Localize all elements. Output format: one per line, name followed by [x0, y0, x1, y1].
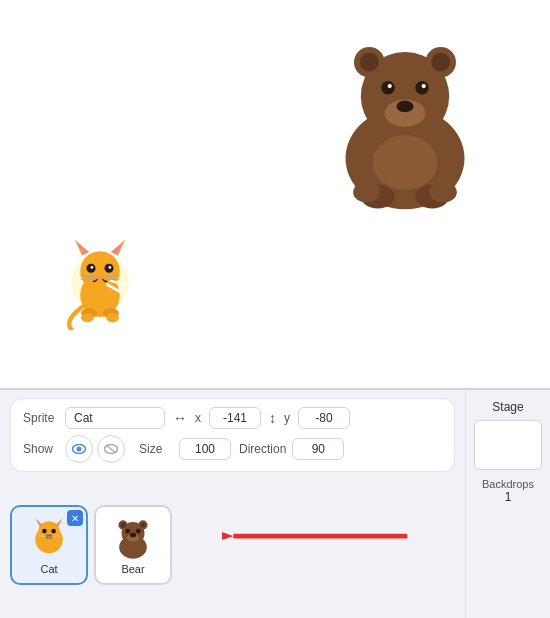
svg-point-5 [431, 53, 450, 72]
svg-point-47 [42, 529, 47, 534]
arrow-indicator [222, 519, 412, 554]
svg-point-7 [397, 100, 414, 112]
svg-point-38 [77, 447, 82, 452]
y-label: y [284, 411, 290, 425]
backdrops-count: 1 [505, 490, 512, 504]
direction-label: Direction [239, 442, 286, 456]
svg-point-27 [109, 266, 112, 269]
cat-card-label: Cat [40, 563, 57, 575]
x-label: x [195, 411, 201, 425]
bear-thumbnail [110, 515, 156, 561]
stage-thumbnail-panel: Stage Backdrops 1 [465, 390, 550, 618]
svg-point-62 [136, 529, 141, 534]
sprite-card-cat[interactable]: ✕ [10, 505, 88, 585]
svg-point-58 [140, 522, 145, 527]
sprite-name-input[interactable] [65, 407, 165, 429]
sprite-info: Sprite ↔ x ↕ y Show [10, 398, 455, 472]
bottom-panel: Sprite ↔ x ↕ y Show [0, 390, 550, 618]
arrows-v-icon: ↕ [269, 410, 276, 426]
cat-thumbnail [26, 515, 72, 561]
backdrops-label: Backdrops [482, 478, 534, 490]
stage-panel-label: Stage [492, 400, 523, 414]
x-input[interactable] [209, 407, 261, 429]
y-input[interactable] [298, 407, 350, 429]
svg-line-40 [106, 445, 116, 453]
show-label: Show [23, 442, 57, 456]
svg-point-4 [360, 53, 379, 72]
svg-point-14 [353, 182, 380, 202]
svg-point-35 [81, 313, 94, 322]
svg-point-11 [422, 84, 426, 88]
size-section: Size [139, 438, 231, 460]
sprite-panel: Sprite ↔ x ↕ y Show [0, 390, 465, 618]
svg-point-61 [125, 529, 130, 534]
show-visible-button[interactable] [65, 435, 93, 463]
sprite-show-row: Show Si [23, 435, 442, 463]
stage-thumb-box[interactable] [474, 420, 542, 470]
svg-point-26 [91, 266, 94, 269]
svg-point-36 [106, 313, 119, 322]
svg-point-9 [415, 81, 429, 95]
svg-point-57 [120, 522, 125, 527]
bear-sprite-on-stage [320, 20, 490, 220]
arrow-container [178, 519, 455, 572]
svg-point-10 [388, 84, 392, 88]
svg-point-19 [80, 251, 120, 291]
direction-section: Direction [239, 438, 344, 460]
size-label: Size [139, 442, 173, 456]
delete-cat-button[interactable]: ✕ [67, 510, 83, 526]
show-icons [65, 435, 125, 463]
size-input[interactable] [179, 438, 231, 460]
stage-canvas [0, 0, 550, 390]
sprite-label: Sprite [23, 411, 57, 425]
svg-point-16 [373, 135, 438, 189]
show-hidden-button[interactable] [97, 435, 125, 463]
direction-input[interactable] [292, 438, 344, 460]
sprite-card-bear[interactable]: Bear [94, 505, 172, 585]
svg-point-48 [51, 529, 56, 534]
svg-point-15 [430, 182, 457, 202]
svg-point-8 [381, 81, 395, 95]
sprite-name-row: Sprite ↔ x ↕ y [23, 407, 442, 429]
arrows-h-icon: ↔ [173, 410, 187, 426]
svg-point-60 [130, 533, 136, 538]
bear-card-label: Bear [121, 563, 144, 575]
cat-sprite-on-stage [55, 230, 145, 330]
